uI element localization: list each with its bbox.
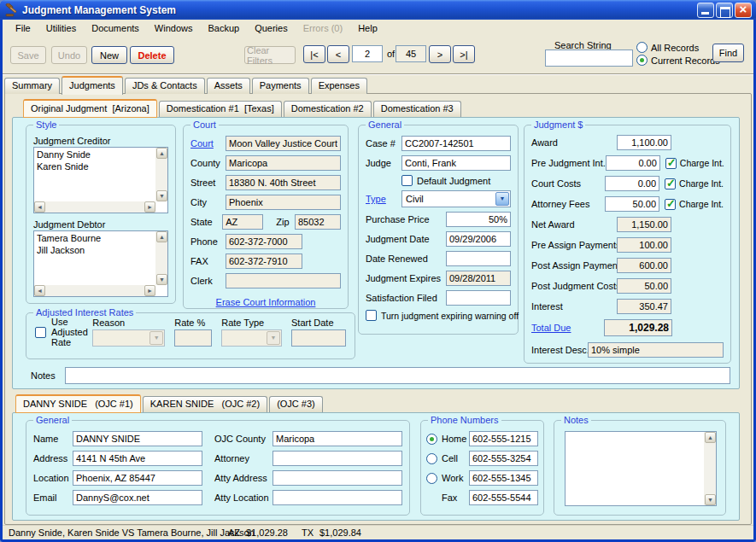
clear-filters-button[interactable]: Clear Filters xyxy=(244,46,296,64)
tab-original-judgment[interactable]: Original Judgment [Arizona] xyxy=(23,99,157,118)
next-record-button[interactable]: > xyxy=(429,45,451,63)
tab-payments[interactable]: Payments xyxy=(252,78,309,94)
scroll-right-icon[interactable] xyxy=(144,201,155,213)
menu-documents[interactable]: Documents xyxy=(84,21,147,35)
scroll-down-icon[interactable] xyxy=(156,274,167,285)
erase-court-link[interactable]: Erase Court Information xyxy=(216,297,316,307)
work-phone-field[interactable] xyxy=(469,470,538,486)
maximize-button[interactable] xyxy=(716,3,733,18)
last-record-button[interactable]: >| xyxy=(453,45,475,63)
menu-utilities[interactable]: Utilities xyxy=(38,21,84,35)
ojc-county-field[interactable] xyxy=(273,431,402,446)
judgment-notes-input[interactable] xyxy=(65,367,730,384)
current-records-radio[interactable] xyxy=(636,55,648,66)
satisfaction-filed-field[interactable] xyxy=(446,290,511,306)
scroll-down-icon[interactable] xyxy=(705,494,716,505)
use-adjusted-rate-checkbox[interactable] xyxy=(35,327,46,338)
clerk-field[interactable] xyxy=(226,273,341,288)
menu-backup[interactable]: Backup xyxy=(200,21,247,35)
debtor-name-field[interactable] xyxy=(73,431,202,446)
default-judgment-checkbox[interactable] xyxy=(401,175,413,186)
judgment-date-field[interactable] xyxy=(446,231,511,247)
tab-domestication-2[interactable]: Domestication #2 xyxy=(284,101,372,117)
list-item[interactable]: Danny Snide xyxy=(37,149,154,160)
charge-int-checkbox[interactable] xyxy=(665,178,676,189)
home-phone-radio[interactable] xyxy=(426,434,437,445)
scroll-up-icon[interactable] xyxy=(705,432,716,443)
tab-summary[interactable]: Summary xyxy=(4,78,60,94)
menu-help[interactable]: Help xyxy=(350,21,385,35)
vertical-scrollbar[interactable] xyxy=(155,148,167,201)
charge-int-checkbox[interactable] xyxy=(665,199,676,210)
cell-phone-field[interactable] xyxy=(469,451,538,466)
current-record-input[interactable] xyxy=(352,45,383,62)
tab-judgments[interactable]: Judgments xyxy=(62,76,123,95)
debtor-location-field[interactable] xyxy=(73,470,202,486)
expiring-warning-checkbox[interactable] xyxy=(366,310,377,321)
tab-domestication-1[interactable]: Domestication #1 [Texas] xyxy=(159,101,282,117)
horizontal-scrollbar[interactable] xyxy=(34,201,155,213)
scroll-up-icon[interactable] xyxy=(156,231,167,242)
scroll-left-icon[interactable] xyxy=(34,201,45,213)
attorney-field[interactable] xyxy=(273,451,402,466)
judge-field[interactable] xyxy=(401,155,511,171)
tab-jds-contacts[interactable]: JDs & Contacts xyxy=(125,78,205,94)
tab-debtor-danny-snide[interactable]: DANNY SNIDE (OJC #1) xyxy=(15,394,141,413)
debtor-address-field[interactable] xyxy=(73,451,202,466)
horizontal-scrollbar[interactable] xyxy=(34,285,155,296)
close-button[interactable] xyxy=(735,3,752,18)
undo-button[interactable]: Undo xyxy=(51,46,87,64)
home-phone-field[interactable] xyxy=(469,431,538,446)
court-fax-field[interactable] xyxy=(226,254,302,269)
list-item[interactable]: Tamera Bourne xyxy=(37,232,154,244)
debtor-email-field[interactable] xyxy=(73,490,202,505)
zip-field[interactable] xyxy=(295,214,341,230)
delete-button[interactable]: Delete xyxy=(130,46,174,64)
list-item[interactable]: Jill Jackson xyxy=(37,244,154,256)
interest-desc-field[interactable] xyxy=(588,342,724,358)
atty-location-field[interactable] xyxy=(273,490,402,505)
court-name-field[interactable] xyxy=(226,136,341,151)
tab-debtor-ojc3[interactable]: (OJC #3) xyxy=(269,396,323,412)
purchase-price-field[interactable] xyxy=(446,212,511,227)
work-phone-radio[interactable] xyxy=(426,473,437,484)
tab-assets[interactable]: Assets xyxy=(207,78,250,94)
county-field[interactable] xyxy=(226,155,341,171)
save-button[interactable]: Save xyxy=(10,46,46,64)
new-button[interactable]: New xyxy=(91,46,127,64)
case-number-field[interactable] xyxy=(401,136,511,151)
scroll-up-icon[interactable] xyxy=(156,148,167,159)
tab-domestication-3[interactable]: Domestication #3 xyxy=(373,101,461,117)
judgment-creditor-listbox[interactable]: Danny Snide Karen Snide xyxy=(33,147,168,213)
court-phone-field[interactable] xyxy=(226,234,302,249)
menu-windows[interactable]: Windows xyxy=(147,21,201,35)
vertical-scrollbar[interactable] xyxy=(155,231,167,285)
tab-debtor-karen-snide[interactable]: KAREN SNIDE (OJC #2) xyxy=(143,396,267,412)
atty-address-field[interactable] xyxy=(273,470,402,486)
street-field[interactable] xyxy=(226,175,341,190)
attorney-fees-field[interactable] xyxy=(605,196,659,212)
search-input[interactable] xyxy=(545,50,633,67)
pre-judgment-int-field[interactable] xyxy=(606,155,660,171)
city-field[interactable] xyxy=(226,195,341,210)
date-renewed-field[interactable] xyxy=(446,251,511,266)
menu-file[interactable]: File xyxy=(8,21,38,35)
debtor-notes-textarea[interactable] xyxy=(565,431,717,506)
list-item[interactable]: Karen Snide xyxy=(37,160,154,172)
cell-phone-radio[interactable] xyxy=(426,453,437,464)
prev-record-button[interactable]: < xyxy=(327,45,349,63)
find-button[interactable]: Find xyxy=(712,44,744,62)
judgment-debtor-listbox[interactable]: Tamera Bourne Jill Jackson xyxy=(33,230,168,297)
all-records-radio[interactable] xyxy=(636,42,648,53)
first-record-button[interactable]: |< xyxy=(303,45,325,63)
type-link[interactable]: Type xyxy=(366,194,401,204)
scroll-down-icon[interactable] xyxy=(156,190,167,201)
vertical-scrollbar[interactable] xyxy=(704,432,716,505)
scroll-right-icon[interactable] xyxy=(144,285,155,296)
scroll-left-icon[interactable] xyxy=(34,285,45,296)
type-select[interactable]: Civil xyxy=(401,190,511,207)
chevron-down-icon[interactable] xyxy=(495,192,509,206)
fax-phone-field[interactable] xyxy=(469,490,538,505)
menu-queries[interactable]: Queries xyxy=(247,21,296,35)
tab-expenses[interactable]: Expenses xyxy=(311,78,367,94)
